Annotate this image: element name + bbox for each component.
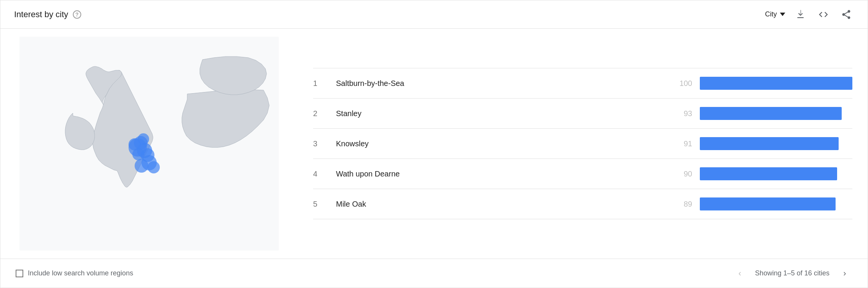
row-bar-container [700,107,852,120]
row-bar [700,137,839,150]
share-icon [841,9,852,20]
data-table: 1 Saltburn-by-the-Sea 100 2 Stanley 93 3… [290,29,868,259]
main-content: 1 Saltburn-by-the-Sea 100 2 Stanley 93 3… [0,29,868,259]
map-area [0,29,290,259]
share-button[interactable] [839,7,854,22]
table-row: 2 Stanley 93 [313,99,852,129]
row-rank: 3 [313,139,336,148]
row-city-name: Wath upon Dearne [336,170,669,178]
table-row: 1 Saltburn-by-the-Sea 100 [313,68,852,99]
table-row: 4 Wath upon Dearne 90 [313,159,852,189]
row-bar [700,107,842,120]
main-container: Interest by city ? City [0,0,868,288]
svg-point-10 [148,161,160,173]
embed-button[interactable] [816,7,831,22]
section-title: Interest by city [14,10,68,19]
download-button[interactable] [793,7,808,22]
row-value: 100 [669,79,700,88]
row-value: 91 [669,139,700,148]
header-right: City [765,7,854,22]
download-icon [795,9,806,20]
row-rank: 2 [313,109,336,118]
footer: Include low search volume regions ‹ Show… [0,259,868,288]
low-volume-label: Include low search volume regions [28,269,133,277]
row-city-name: Stanley [336,109,669,118]
row-bar-container [700,137,852,150]
map-svg [19,37,279,251]
row-city-name: Saltburn-by-the-Sea [336,79,669,88]
help-icon[interactable]: ? [73,10,81,19]
row-bar [700,167,837,180]
row-value: 90 [669,170,700,178]
header: Interest by city ? City [0,0,868,29]
row-city-name: Mile Oak [336,200,669,209]
table-row: 3 Knowsley 91 [313,129,852,159]
row-bar [700,197,836,210]
row-rank: 1 [313,79,336,88]
row-rank: 5 [313,200,336,209]
row-bar [700,77,852,90]
footer-left: Include low search volume regions [16,269,133,277]
pagination-text: Showing 1–5 of 16 cities [755,269,829,277]
embed-icon [818,9,829,20]
geo-type-dropdown[interactable]: City [765,10,785,18]
row-bar-container [700,77,852,90]
row-value: 93 [669,109,700,118]
row-bar-container [700,167,852,180]
dropdown-label: City [765,10,777,18]
chevron-down-icon [780,13,785,16]
row-value: 89 [669,200,700,209]
next-page-button[interactable]: › [837,266,852,281]
table-row: 5 Mile Oak 89 [313,189,852,219]
row-city-name: Knowsley [336,139,669,148]
geo-map [19,37,279,251]
pagination: ‹ Showing 1–5 of 16 cities › [732,266,852,281]
prev-page-button[interactable]: ‹ [732,266,747,281]
row-rank: 4 [313,170,336,178]
svg-point-5 [138,133,149,145]
low-volume-checkbox[interactable] [16,270,23,277]
header-left: Interest by city ? [14,10,81,19]
row-bar-container [700,197,852,210]
svg-point-9 [135,159,148,173]
